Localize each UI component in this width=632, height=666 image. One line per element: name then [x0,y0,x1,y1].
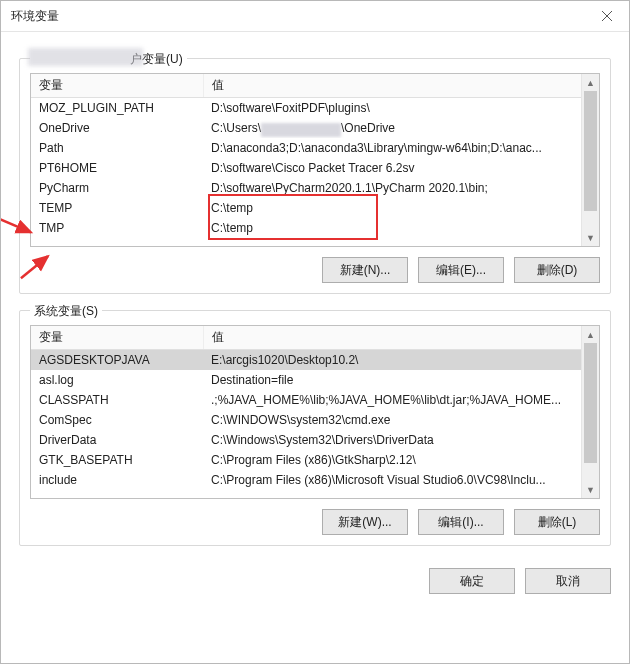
system-vars-group: 系统变量(S) 变量 值 AGSDESKTOPJAVAE:\arcgis1020… [19,310,611,546]
table-row[interactable]: PyCharmD:\software\PyCharm2020.1.1\PyCha… [31,178,582,198]
redaction-overlay [261,123,341,137]
var-value: Destination=file [203,370,582,390]
table-row[interactable]: AGSDESKTOPJAVAE:\arcgis1020\Desktop10.2\ [31,350,582,371]
var-value: D:\software\Cisco Packet Tracer 6.2sv [203,158,582,178]
var-name: Path [31,138,203,158]
scroll-up-icon[interactable]: ▲ [582,74,599,91]
var-value: E:\arcgis1020\Desktop10.2\ [203,350,582,371]
var-name: DriverData [31,430,203,450]
var-name: PT6HOME [31,158,203,178]
var-name: ComSpec [31,410,203,430]
var-name: GTK_BASEPATH [31,450,203,470]
var-name: PyCharm [31,178,203,198]
var-name: asl.log [31,370,203,390]
table-row[interactable]: includeC:\Program Files (x86)\Microsoft … [31,470,582,490]
user-col-variable[interactable]: 变量 [31,74,203,98]
var-name: TMP [31,218,203,238]
sys-col-variable[interactable]: 变量 [31,326,203,350]
table-row[interactable]: TMPC:\temp [31,218,582,238]
scroll-down-icon[interactable]: ▼ [582,481,599,498]
user-new-button[interactable]: 新建(N)... [322,257,408,283]
env-vars-dialog: 环境变量 户变量(U) 变量 值 [0,0,630,664]
var-value: D:\software\PyCharm2020.1.1\PyCharm 2020… [203,178,582,198]
system-vars-scrollbar[interactable]: ▲ ▼ [581,326,599,498]
var-value: .;%JAVA_HOME%\lib;%JAVA_HOME%\lib\dt.jar… [203,390,582,410]
user-vars-scrollbar[interactable]: ▲ ▼ [581,74,599,246]
sys-col-value[interactable]: 值 [203,326,582,350]
table-row[interactable]: CLASSPATH.;%JAVA_HOME%\lib;%JAVA_HOME%\l… [31,390,582,410]
table-row[interactable]: OneDriveC:\Users\\OneDrive [31,118,582,138]
var-value: D:\software\FoxitPDF\plugins\ [203,98,582,119]
var-value: C:\Program Files (x86)\GtkSharp\2.12\ [203,450,582,470]
system-vars-table: 变量 值 AGSDESKTOPJAVAE:\arcgis1020\Desktop… [30,325,600,499]
table-row[interactable]: MOZ_PLUGIN_PATHD:\software\FoxitPDF\plug… [31,98,582,119]
ok-button[interactable]: 确定 [429,568,515,594]
var-name: OneDrive [31,118,203,138]
var-name: include [31,470,203,490]
scroll-up-icon[interactable]: ▲ [582,326,599,343]
var-name: CLASSPATH [31,390,203,410]
sys-edit-button[interactable]: 编辑(I)... [418,509,504,535]
sys-new-button[interactable]: 新建(W)... [322,509,408,535]
table-row[interactable]: TEMPC:\temp [31,198,582,218]
close-icon [602,11,612,21]
scroll-thumb[interactable] [584,343,597,463]
var-value: D:\anaconda3;D:\anaconda3\Library\mingw-… [203,138,582,158]
user-vars-group: 户变量(U) 变量 值 MOZ_PLUGIN_PATHD:\software\F… [19,58,611,294]
var-name: AGSDESKTOPJAVA [31,350,203,371]
scroll-thumb[interactable] [584,91,597,211]
user-edit-button[interactable]: 编辑(E)... [418,257,504,283]
dialog-footer: 确定 取消 [19,568,611,594]
system-vars-buttons: 新建(W)... 编辑(I)... 删除(L) [30,509,600,535]
var-value: C:\temp [203,218,582,238]
table-row[interactable]: DriverDataC:\Windows\System32\Drivers\Dr… [31,430,582,450]
table-row[interactable]: ComSpecC:\WINDOWS\system32\cmd.exe [31,410,582,430]
var-value: C:\Users\\OneDrive [203,118,582,138]
var-name: TEMP [31,198,203,218]
system-vars-legend: 系统变量(S) [30,303,102,320]
table-row[interactable]: GTK_BASEPATHC:\Program Files (x86)\GtkSh… [31,450,582,470]
client-area: 户变量(U) 变量 值 MOZ_PLUGIN_PATHD:\software\F… [1,32,629,608]
scroll-down-icon[interactable]: ▼ [582,229,599,246]
sys-del-button[interactable]: 删除(L) [514,509,600,535]
cancel-button[interactable]: 取消 [525,568,611,594]
table-row[interactable]: PT6HOMED:\software\Cisco Packet Tracer 6… [31,158,582,178]
user-vars-table: 变量 值 MOZ_PLUGIN_PATHD:\software\FoxitPDF… [30,73,600,247]
var-value: C:\WINDOWS\system32\cmd.exe [203,410,582,430]
close-button[interactable] [584,1,629,31]
redaction-overlay [28,48,143,66]
var-value: C:\Program Files (x86)\Microsoft Visual … [203,470,582,490]
window-title: 环境变量 [11,8,59,25]
var-value: C:\temp [203,198,582,218]
user-vars-buttons: 新建(N)... 编辑(E)... 删除(D) [30,257,600,283]
titlebar: 环境变量 [1,1,629,32]
table-row[interactable]: PathD:\anaconda3;D:\anaconda3\Library\mi… [31,138,582,158]
user-col-value[interactable]: 值 [203,74,582,98]
user-del-button[interactable]: 删除(D) [514,257,600,283]
var-value: C:\Windows\System32\Drivers\DriverData [203,430,582,450]
var-name: MOZ_PLUGIN_PATH [31,98,203,119]
table-row[interactable]: asl.logDestination=file [31,370,582,390]
